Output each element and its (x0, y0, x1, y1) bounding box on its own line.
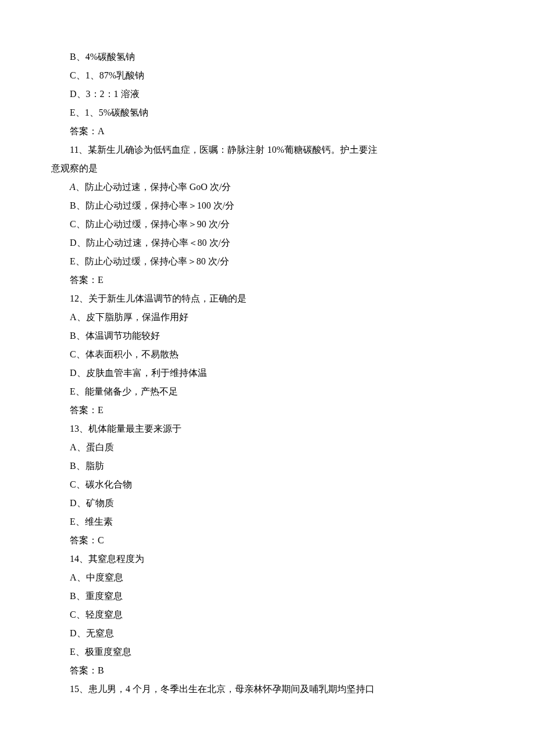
text-line: B、防止心动过缓，保持心率＞100 次/分 (51, 196, 484, 215)
text-line: C、防止心动过缓，保持心率＞90 次/分 (51, 215, 484, 234)
text-line: 答案：A (51, 122, 484, 141)
text-line: B、重度窒息 (51, 587, 484, 605)
text-line: E、能量储备少，产热不足 (51, 382, 484, 401)
text-line: A、中度窒息 (51, 568, 484, 587)
text-line: B、4%碳酸氢钠 (51, 48, 484, 66)
text-line: E、防止心动过缓，保持心率＞80 次/分 (51, 252, 484, 271)
text-line: 14、其窒息程度为 (51, 550, 484, 568)
text-line: 答案：C (51, 531, 484, 550)
text-line: 答案：E (51, 401, 484, 420)
text-line: C、碳水化合物 (51, 475, 484, 494)
text-line: 11、某新生儿确诊为低钙血症，医嘱：静脉注射 10%葡糖碳酸钙。护土要注 (51, 141, 484, 159)
document-page: B、4%碳酸氢钠C、1、87%乳酸钠D、3：2：1 溶液E、1、5%碳酸氢钠答案… (0, 0, 535, 756)
text-line: E、维生素 (51, 513, 484, 531)
text-line: C、体表面积小，不易散热 (51, 345, 484, 364)
option-letter: A (70, 182, 76, 192)
text-line: A、皮下脂肪厚，保温作用好 (51, 308, 484, 327)
text-line: E、1、5%碳酸氢钠 (51, 103, 484, 122)
text-line: 13、机体能量最主要来源于 (51, 420, 484, 438)
text-line: D、矿物质 (51, 494, 484, 513)
text-line: D、3：2：1 溶液 (51, 85, 484, 103)
text-line: A、蛋白质 (51, 438, 484, 457)
text-line: C、轻度窒息 (51, 605, 484, 624)
text-line: 答案：B (51, 661, 484, 680)
text-line: C、1、87%乳酸钠 (51, 66, 484, 85)
text-line: 12、关于新生儿体温调节的特点，正确的是 (51, 289, 484, 308)
text-line: A、防止心动过速，保持心率 GoO 次/分 (51, 178, 484, 196)
text-line: 15、患儿男，4 个月，冬季出生在北京，母亲林怀孕期间及哺乳期均坚持口 (51, 680, 484, 698)
text-line: D、防止心动过速，保持心率＜80 次/分 (51, 234, 484, 252)
text-line: D、皮肤血管丰富，利于维持体温 (51, 364, 484, 382)
text-line: 答案：E (51, 271, 484, 289)
text-line: D、无窒息 (51, 624, 484, 643)
text-line: 意观察的是 (51, 159, 484, 178)
text-line: E、极重度窒息 (51, 643, 484, 661)
text-line: B、脂肪 (51, 457, 484, 475)
text-line: B、体温调节功能较好 (51, 327, 484, 345)
